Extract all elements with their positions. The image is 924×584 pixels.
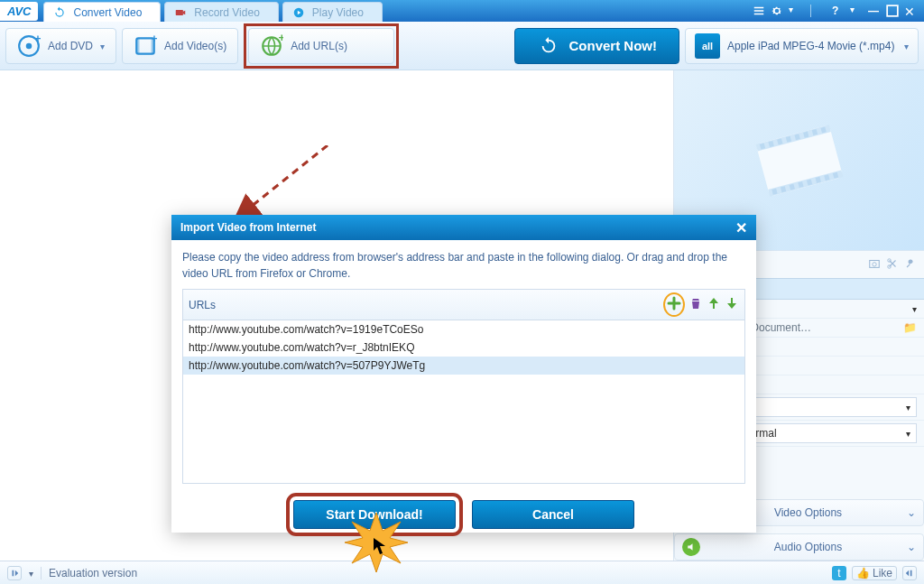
panel-toggle-icon[interactable] xyxy=(7,566,22,580)
button-label: Audio Options xyxy=(709,541,907,553)
svg-point-4 xyxy=(26,42,32,49)
svg-rect-2 xyxy=(887,5,898,16)
tab-label: Record Video xyxy=(194,6,260,19)
profile-icon: all xyxy=(695,33,720,59)
filmstrip-icon xyxy=(745,107,854,215)
toolbar: + Add DVD + Add Video(s) + Add URL(s) Co… xyxy=(0,22,924,70)
url-row[interactable]: http://www.youtube.com/watch?v=1919eTCoE… xyxy=(183,320,744,338)
dialog-body: Please copy the video address from brows… xyxy=(171,240,756,538)
status-text: Evaluation version xyxy=(49,567,137,579)
like-label: Like xyxy=(873,567,892,579)
svg-rect-0 xyxy=(176,10,183,15)
svg-text:+: + xyxy=(152,34,158,45)
help-icon[interactable]: ? xyxy=(832,5,845,17)
dialog-description: Please copy the video address from brows… xyxy=(182,249,745,282)
wrench-icon[interactable] xyxy=(904,257,917,273)
gear-icon[interactable] xyxy=(771,5,783,17)
quality-dropdown[interactable]: Normal xyxy=(735,423,917,443)
dialog-title: Import Video from Internet xyxy=(180,221,316,234)
add-urls-highlight: + Add URL(s) xyxy=(244,23,399,69)
play-icon xyxy=(292,6,305,19)
tab-play-video[interactable]: Play Video xyxy=(282,2,383,22)
svg-line-36 xyxy=(237,145,328,218)
button-label: Add URL(s) xyxy=(291,40,347,52)
chevron-down-icon[interactable] xyxy=(904,40,909,52)
thumb-up-icon: 👍 xyxy=(856,567,870,579)
output-profile-dropdown[interactable]: all Apple iPad MPEG-4 Movie (*.mp4) xyxy=(685,28,919,64)
main-tabs: Convert Video Record Video Play Video xyxy=(43,0,753,22)
button-label: Add Video(s) xyxy=(164,40,226,52)
twitter-icon[interactable]: t xyxy=(832,566,846,580)
url-list-header: URLs xyxy=(183,290,744,320)
move-down-icon[interactable] xyxy=(725,296,739,313)
statusbar: Evaluation version t 👍 Like xyxy=(0,561,924,584)
statusbar-right: t 👍 Like xyxy=(832,566,917,580)
import-url-dialog: Import Video from Internet ✕ Please copy… xyxy=(171,215,756,533)
folder-icon[interactable]: 📁 xyxy=(903,321,917,334)
urls-label: URLs xyxy=(189,299,216,311)
titlebar: AVC Convert Video Record Video Play Vide… xyxy=(0,0,924,22)
start-download-button[interactable]: Start Download! xyxy=(293,500,456,529)
close-icon[interactable]: ✕ xyxy=(735,219,747,236)
tab-label: Play Video xyxy=(312,6,364,19)
move-up-icon[interactable] xyxy=(707,296,721,313)
chevron-down-icon[interactable] xyxy=(100,40,105,52)
cancel-button[interactable]: Cancel xyxy=(472,500,634,529)
convert-now-button[interactable]: Convert Now! xyxy=(514,28,680,64)
separator xyxy=(810,5,823,17)
svg-rect-7 xyxy=(136,38,139,53)
facebook-like-button[interactable]: 👍 Like xyxy=(852,566,897,580)
chevron-down-icon[interactable] xyxy=(29,567,33,579)
profile-label: Apple iPad MPEG-4 Movie (*.mp4) xyxy=(727,40,899,52)
dropdown-icon[interactable]: ▾ xyxy=(789,5,801,17)
plus-icon[interactable] xyxy=(667,296,681,313)
film-icon: + xyxy=(134,34,157,58)
url-row[interactable]: http://www.youtube.com/watch?v=r_J8btnIE… xyxy=(183,338,744,357)
camera-icon xyxy=(174,6,187,19)
chevron-down-icon xyxy=(906,401,910,413)
disc-icon: + xyxy=(17,34,41,58)
url-actions xyxy=(663,292,739,317)
dialog-titlebar[interactable]: Import Video from Internet ✕ xyxy=(171,215,756,240)
url-list[interactable]: http://www.youtube.com/watch?v=1919eTCoE… xyxy=(183,320,744,483)
chevron-down-icon: ⌄ xyxy=(907,506,916,519)
refresh-icon xyxy=(53,6,66,19)
list-icon[interactable] xyxy=(753,5,765,17)
body: Basic Settings Auto C:\Users\Ariel\Docum… xyxy=(0,70,924,561)
dialog-buttons: Start Download! Cancel xyxy=(182,500,745,529)
chevron-down-icon xyxy=(906,427,910,440)
tab-record-video[interactable]: Record Video xyxy=(164,2,279,22)
chevron-down-icon[interactable] xyxy=(912,302,917,315)
refresh-icon xyxy=(537,34,560,58)
cut-icon[interactable] xyxy=(886,257,899,273)
add-videos-button[interactable]: + Add Video(s) xyxy=(122,28,238,64)
app-logo: AVC xyxy=(0,2,38,21)
minimize-icon[interactable]: — xyxy=(868,5,881,17)
url-list-box: URLs http://www.youtube.com/watch?v=1919… xyxy=(182,289,745,484)
snapshot-icon[interactable] xyxy=(868,257,881,273)
add-url-highlight xyxy=(663,292,685,317)
tab-label: Convert Video xyxy=(73,6,142,19)
button-label: Convert Now! xyxy=(569,38,658,53)
add-urls-button[interactable]: + Add URL(s) xyxy=(248,28,394,64)
svg-point-32 xyxy=(873,262,876,265)
svg-text:+: + xyxy=(35,34,42,45)
audio-icon xyxy=(682,538,700,556)
panel-toggle-icon[interactable] xyxy=(902,566,917,580)
button-label: Add DVD xyxy=(48,40,93,52)
maximize-icon[interactable] xyxy=(886,5,899,17)
chevron-down-icon: ⌄ xyxy=(907,541,916,553)
globe-icon: + xyxy=(260,34,283,58)
dropdown-icon[interactable]: ▾ xyxy=(850,5,863,17)
statusbar-left: Evaluation version xyxy=(7,566,137,580)
add-dvd-button[interactable]: + Add DVD xyxy=(5,28,116,64)
svg-text:+: + xyxy=(279,34,283,44)
tab-convert-video[interactable]: Convert Video xyxy=(43,2,161,22)
url-row[interactable]: http://www.youtube.com/watch?v=507P9YJWe… xyxy=(183,357,744,375)
close-icon[interactable]: ✕ xyxy=(904,5,917,17)
window-controls: ▾ ? ▾ — ✕ xyxy=(753,5,924,17)
trash-icon[interactable] xyxy=(688,296,703,313)
